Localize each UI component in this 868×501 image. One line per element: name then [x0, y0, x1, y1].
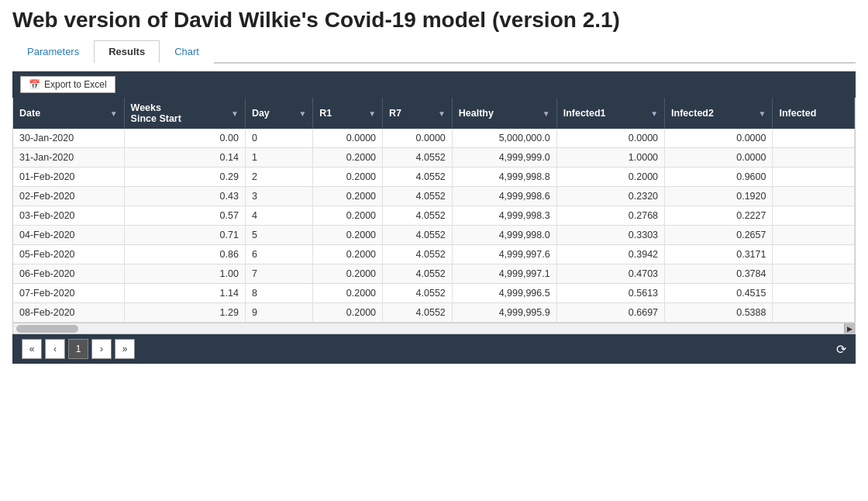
col-weeks-since-start: WeeksSince Start ▼: [124, 98, 245, 129]
table-row: 02-Feb-20200.4330.20004.05524,999,998.60…: [13, 187, 855, 206]
last-page-button[interactable]: »: [115, 339, 135, 359]
healthy-filter-icon[interactable]: ▼: [542, 109, 550, 118]
toolbar: 📅 Export to Excel: [12, 71, 856, 98]
table-row: 08-Feb-20201.2990.20004.05524,999,995.90…: [13, 303, 855, 323]
results-table-wrapper[interactable]: Date ▼ WeeksSince Start ▼ Day ▼: [12, 98, 856, 323]
col-r7: R7 ▼: [383, 98, 453, 129]
pagination-controls: « ‹ 1 › »: [22, 339, 135, 359]
col-day: Day ▼: [245, 98, 312, 129]
export-button[interactable]: 📅 Export to Excel: [20, 76, 115, 93]
page-title: Web version of David Wilkie's Covid-19 m…: [12, 8, 856, 33]
table-row: 03-Feb-20200.5740.20004.05524,999,998.30…: [13, 206, 855, 226]
day-filter-icon[interactable]: ▼: [298, 109, 306, 118]
prev-page-button[interactable]: ‹: [45, 339, 65, 359]
scrollbar-thumb: [16, 325, 78, 333]
col-r1: R1 ▼: [313, 98, 383, 129]
col-healthy: Healthy ▼: [452, 98, 556, 129]
table-row: 01-Feb-20200.2920.20004.05524,999,998.80…: [13, 168, 855, 187]
export-label: Export to Excel: [44, 79, 107, 90]
r7-filter-icon[interactable]: ▼: [438, 109, 446, 118]
table-row: 04-Feb-20200.7150.20004.05524,999,998.00…: [13, 226, 855, 245]
tab-results[interactable]: Results: [94, 40, 160, 64]
tab-bar: Parameters Results Chart: [12, 40, 856, 64]
date-filter-icon[interactable]: ▼: [110, 109, 118, 118]
table-row: 30-Jan-20200.0000.00000.00005,000,000.00…: [13, 129, 855, 148]
table-row: 06-Feb-20201.0070.20004.05524,999,997.10…: [13, 264, 855, 284]
r1-filter-icon[interactable]: ▼: [368, 109, 376, 118]
scroll-right-btn[interactable]: ▶: [844, 323, 855, 334]
export-icon: 📅: [29, 79, 40, 90]
footer-space: [12, 364, 856, 387]
col-infected2: Infected2 ▼: [665, 98, 773, 129]
horizontal-scrollbar[interactable]: ▶: [12, 323, 856, 334]
infected1-filter-icon[interactable]: ▼: [650, 109, 658, 118]
tab-chart[interactable]: Chart: [160, 40, 214, 64]
refresh-button[interactable]: ⟳: [836, 342, 846, 357]
infected2-filter-icon[interactable]: ▼: [759, 109, 766, 118]
next-page-button[interactable]: ›: [91, 339, 112, 359]
table-row: 05-Feb-20200.8660.20004.05524,999,997.60…: [13, 245, 855, 264]
table-row: 31-Jan-20200.1410.20004.05524,999,999.01…: [13, 148, 855, 168]
col-infected1: Infected1 ▼: [556, 98, 664, 129]
weeks-filter-icon[interactable]: ▼: [231, 109, 239, 118]
col-infected3: Infected: [773, 98, 855, 129]
pagination-bar: « ‹ 1 › » ⟳: [12, 334, 856, 364]
tab-parameters[interactable]: Parameters: [12, 40, 94, 64]
first-page-button[interactable]: «: [22, 339, 42, 359]
page-container: Web version of David Wilkie's Covid-19 m…: [0, 0, 868, 501]
results-table: Date ▼ WeeksSince Start ▼ Day ▼: [13, 98, 855, 323]
table-row: 07-Feb-20201.1480.20004.05524,999,996.50…: [13, 284, 855, 303]
col-date: Date ▼: [13, 98, 124, 129]
current-page: 1: [68, 339, 88, 359]
